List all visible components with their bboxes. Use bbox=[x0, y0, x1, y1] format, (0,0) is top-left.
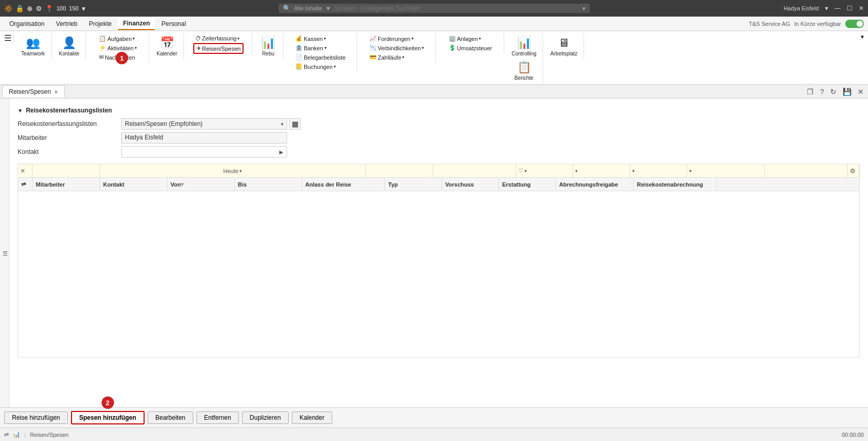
menu-projekte[interactable]: Projekte bbox=[83, 18, 117, 30]
status-chart-icon[interactable]: 📊 bbox=[13, 431, 20, 438]
filter-vorschuss-dropdown[interactable]: ▾ bbox=[575, 168, 578, 174]
restore-btn[interactable]: ☐ bbox=[847, 5, 852, 12]
menu-organisation[interactable]: Organisation bbox=[4, 18, 50, 30]
header-cell-erstattung[interactable]: Erstattung bbox=[499, 178, 556, 191]
umsatzsteuer-btn[interactable]: 💲 Umsatzsteuer bbox=[447, 44, 494, 52]
tab-save-btn[interactable]: 💾 bbox=[841, 87, 853, 97]
buchungen-btn[interactable]: 📒 Buchungen ▾ bbox=[293, 62, 348, 71]
teamwork-btn[interactable]: 👥 Teamwork bbox=[18, 34, 48, 59]
ribbon-collapse[interactable]: ▾ bbox=[859, 33, 866, 40]
sidebar-left-icon[interactable]: ☰ bbox=[0, 248, 9, 259]
kassen-btn[interactable]: 💰 Kassen ▾ bbox=[293, 34, 348, 43]
calendar-bottom-btn[interactable]: Kalender bbox=[292, 411, 332, 424]
sidebar-toggle-icon[interactable]: ☰ bbox=[4, 33, 11, 43]
filter-abrechnungs-dropdown[interactable]: ▾ bbox=[689, 168, 692, 174]
aktivitaeten-btn[interactable]: ⚡ Aktivitäten ▾ bbox=[97, 44, 139, 52]
menu-finanzen[interactable]: Finanzen bbox=[118, 18, 155, 30]
von-sort-icon[interactable]: ▾ bbox=[181, 181, 183, 187]
filter-erstattung-dropdown[interactable]: ▾ bbox=[632, 168, 635, 174]
add-trip-btn[interactable]: Reise hinzufügen bbox=[4, 411, 68, 424]
filter-cell-erstattung[interactable]: ▾ bbox=[630, 164, 687, 177]
zeiterfassung-btn[interactable]: ⏱ Zeiterfassung ▾ bbox=[193, 34, 244, 42]
filter-cell-anlass[interactable] bbox=[433, 164, 516, 177]
filter-x-icon[interactable]: ✕ bbox=[20, 167, 25, 175]
filter-cell-typ[interactable]: ♡ ▾ bbox=[516, 164, 573, 177]
search-input[interactable] bbox=[334, 5, 580, 12]
close-btn[interactable]: ✕ bbox=[859, 5, 864, 12]
header-cell-kontakt[interactable]: Kontakt bbox=[100, 178, 167, 191]
header-cell-abrechnungs[interactable]: Abrechnungsfreigabe bbox=[556, 178, 634, 191]
header-cell-anlass[interactable]: Anlass der Reise bbox=[302, 178, 385, 191]
section-toggle[interactable]: ▼ bbox=[18, 108, 23, 113]
list-add-btn[interactable]: ▦ bbox=[289, 118, 301, 130]
header-cell-bis[interactable]: Bis bbox=[235, 178, 302, 191]
form-input-employee[interactable]: Hadya Eisfeld bbox=[121, 132, 287, 144]
pin-icon[interactable]: 📍 bbox=[45, 5, 53, 12]
filter-cell-x[interactable]: ✕ bbox=[18, 164, 33, 177]
filter-cell-mitarbeiter[interactable] bbox=[33, 164, 100, 177]
remove-btn[interactable]: Entfernen bbox=[196, 411, 239, 424]
tab-refresh-btn[interactable]: ↻ bbox=[828, 87, 838, 97]
tab-help-btn[interactable]: ? bbox=[818, 87, 826, 97]
belegarbeitsliste-btn[interactable]: 📄 Belegarbeitsliste bbox=[293, 53, 348, 62]
settings-icon[interactable]: ⚙ bbox=[36, 5, 42, 12]
form-dropdown-contact[interactable]: ▶ bbox=[121, 146, 287, 158]
header-cell-typ[interactable]: Typ bbox=[385, 178, 442, 191]
sidebar-left: ☰ bbox=[0, 98, 9, 407]
reisen-spesen-btn[interactable]: ✈ Reisen/Spesen bbox=[193, 43, 244, 54]
ribbon-group-rebu: 📊 Rebu bbox=[253, 33, 283, 60]
filter-cell-reisekost[interactable] bbox=[765, 164, 848, 177]
workspace-btn[interactable]: 🖥 Arbeitsplatz bbox=[547, 34, 580, 59]
filter-cell-settings[interactable]: ⚙ bbox=[848, 164, 859, 177]
zahllauefe-btn[interactable]: 💳 Zahlläufe ▾ bbox=[367, 53, 426, 62]
toggle-switch[interactable] bbox=[845, 20, 864, 28]
kontakte-btn[interactable]: 👤 Kontakte bbox=[56, 34, 82, 59]
header-cell-vorschuss[interactable]: Vorschuss bbox=[442, 178, 499, 191]
banken-btn[interactable]: 🏦 Banken ▾ bbox=[293, 44, 348, 52]
sort-icon[interactable]: ⇌ bbox=[21, 181, 26, 188]
edit-btn[interactable]: Bearbeiten bbox=[148, 411, 193, 424]
menu-personal[interactable]: Personal bbox=[156, 18, 191, 30]
search-bar[interactable]: 🔍 Alle Inhalte ▼ ▾ bbox=[279, 4, 590, 13]
menu-bar-right: T&S Service AG In Kürze verfügbar bbox=[749, 20, 864, 28]
badge-1-circle: 1 bbox=[116, 52, 128, 64]
lock-icon[interactable]: 🔒 bbox=[16, 5, 24, 12]
dropdown-icon[interactable]: ▾ bbox=[82, 5, 86, 12]
filter-date-dropdown[interactable]: ▾ bbox=[239, 168, 242, 174]
tab-copy-btn[interactable]: ❐ bbox=[805, 87, 816, 97]
tab-close-btn[interactable]: ✕ bbox=[54, 89, 58, 95]
filter-typ-dropdown[interactable]: ▾ bbox=[524, 168, 527, 174]
forderungen-btn[interactable]: 📈 Forderungen ▾ bbox=[367, 34, 426, 43]
ribbon-collapse-icon[interactable]: ▾ bbox=[861, 33, 864, 40]
rebu-btn[interactable]: 📊 Rebu bbox=[257, 34, 280, 59]
search-dropdown-arrow[interactable]: ▾ bbox=[582, 5, 586, 12]
user-dropdown[interactable]: ▾ bbox=[825, 5, 828, 12]
filter-cell-date[interactable]: Heute ▾ bbox=[100, 164, 366, 177]
header-cell-mitarbeiter[interactable]: Mitarbeiter bbox=[33, 178, 100, 191]
header-cell-x[interactable]: ⇌ bbox=[18, 178, 33, 191]
calendar-btn[interactable]: 📅 Kalender bbox=[153, 34, 180, 59]
plus-circle-icon[interactable]: ⊕ bbox=[27, 5, 33, 12]
form-dropdown-list[interactable]: Reisen/Spesen (Empfohlen) ▾ bbox=[121, 118, 287, 130]
berichte-btn[interactable]: 📋 Berichte bbox=[508, 59, 539, 83]
header-cell-reisekost[interactable]: Reisekostenabrechnung bbox=[634, 178, 717, 191]
tab-close-window-btn[interactable]: ✕ bbox=[856, 87, 866, 97]
filter-cell-kontakt[interactable] bbox=[366, 164, 433, 177]
anlagen-btn[interactable]: 🏢 Anlagen ▾ bbox=[447, 34, 494, 43]
counter-150: 150 bbox=[69, 5, 78, 11]
ribbon-group-calendar: 📅 Kalender bbox=[150, 33, 184, 60]
minimize-btn[interactable]: — bbox=[834, 5, 841, 12]
header-cell-von[interactable]: Von ▾ bbox=[167, 178, 235, 191]
controlling-btn[interactable]: 📊 Controlling bbox=[508, 34, 539, 59]
menu-vertrieb[interactable]: Vertrieb bbox=[51, 18, 82, 30]
status-icon-left[interactable]: ⇌ bbox=[4, 431, 9, 438]
filter-cell-vorschuss[interactable]: ▾ bbox=[573, 164, 630, 177]
duplicate-btn[interactable]: Duplizieren bbox=[242, 411, 289, 424]
add-expense-btn[interactable]: Spesen hinzufügen bbox=[71, 411, 145, 424]
form-row-list: Reisekostenerfassungslisten Reisen/Spese… bbox=[18, 118, 860, 130]
aufgaben-btn[interactable]: 📋 Aufgaben ▾ bbox=[97, 34, 139, 43]
reisen-spesen-tab[interactable]: Reisen/Spesen ✕ bbox=[2, 86, 65, 97]
filter-cell-abrechnungs[interactable]: ▾ bbox=[687, 164, 765, 177]
verbindlichkeiten-btn[interactable]: 📉 Verbindlichkeiten ▾ bbox=[367, 44, 426, 52]
table-settings-icon[interactable]: ⚙ bbox=[850, 167, 856, 175]
